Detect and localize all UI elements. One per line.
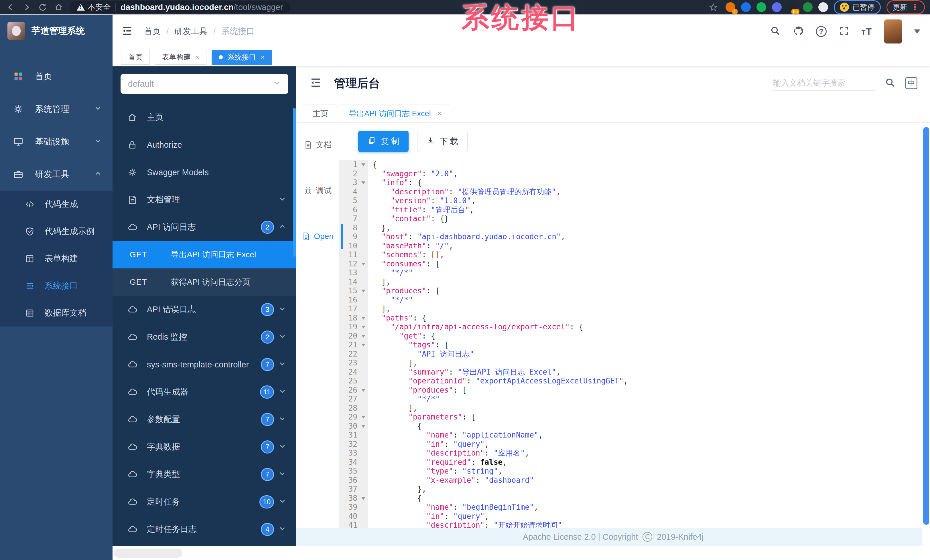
security-warning[interactable]: 不安全 [77, 2, 111, 12]
line-number[interactable]: 33 [339, 449, 368, 458]
line-number[interactable]: 10 [339, 241, 368, 251]
line-number[interactable]: 6 [339, 206, 368, 215]
line-number[interactable]: 37 [339, 485, 368, 494]
tag-tab-1[interactable]: 表单构建× [155, 50, 206, 64]
browser-forward-icon[interactable] [20, 1, 33, 14]
api-nav-item-12[interactable]: 定时任务10 [112, 488, 296, 516]
ext-blue-puzzle[interactable] [772, 2, 782, 12]
line-number[interactable]: 28 [339, 404, 368, 413]
user-avatar[interactable] [884, 20, 902, 43]
sidebar-scrollbar[interactable] [293, 108, 296, 257]
language-toggle[interactable]: 中 [905, 77, 918, 89]
line-number[interactable]: 20 [339, 331, 368, 341]
line-number[interactable]: 26 [339, 386, 368, 395]
sidebar-subitem-0[interactable]: 代码生成 [0, 190, 112, 218]
api-nav-item-0[interactable]: 主页 [112, 104, 296, 131]
sidebar-subitem-4[interactable]: 数据库文档 [0, 299, 112, 327]
api-nav-item-2[interactable]: Swagger Models [112, 158, 296, 186]
api-group-select[interactable]: default [120, 74, 288, 94]
api-nav-item-3[interactable]: 文档管理 [112, 186, 296, 213]
sidebar-item-1[interactable]: 系统管理 [0, 93, 112, 125]
ext-white-paw[interactable] [818, 2, 828, 12]
sidebar-subitem-1[interactable]: 代码生成示例 [0, 218, 112, 245]
line-number[interactable]: 2 [339, 169, 368, 179]
line-number[interactable]: 18 [339, 314, 368, 323]
close-icon[interactable]: × [260, 53, 265, 61]
line-number[interactable]: 34 [339, 458, 368, 467]
line-number[interactable]: 1 [339, 160, 368, 169]
api-nav-item-13[interactable]: 定时任务日志4 [112, 516, 296, 543]
doc-collapse-icon[interactable] [309, 77, 322, 90]
line-number[interactable]: 35 [339, 467, 368, 476]
fold-arrow-icon[interactable] [361, 317, 365, 320]
line-number[interactable]: 16 [339, 296, 368, 305]
horizontal-scrollbar[interactable] [112, 546, 930, 560]
search-icon[interactable] [770, 26, 781, 37]
bookmark-star-icon[interactable] [707, 1, 720, 14]
close-icon[interactable]: × [437, 109, 442, 118]
fold-arrow-icon[interactable] [361, 497, 365, 500]
line-number[interactable]: 3 [339, 178, 368, 187]
api-nav-item-11[interactable]: 字典类型7 [112, 461, 296, 488]
fold-arrow-icon[interactable] [361, 389, 365, 392]
help-icon[interactable]: ? [816, 26, 827, 37]
paused-extension-pill[interactable]: 已暂停 [834, 0, 881, 14]
line-number[interactable]: 40 [339, 512, 368, 521]
api-operation-4-0[interactable]: GET导出API 访问日志 Excel [112, 241, 296, 268]
github-icon[interactable] [793, 26, 804, 37]
browser-reload-icon[interactable] [36, 1, 49, 14]
api-nav-item-14[interactable]: 岗位 [112, 543, 296, 546]
api-operation-4-1[interactable]: GET获得API 访问日志分页 [112, 268, 296, 296]
ext-6h-timer[interactable]: 6h [787, 2, 797, 12]
api-nav-item-1[interactable]: Authorize [112, 131, 296, 158]
fold-arrow-icon[interactable] [361, 335, 365, 338]
copy-button[interactable]: 复 制 [358, 131, 409, 152]
side-tab-open[interactable]: Open [302, 228, 334, 245]
fold-arrow-icon[interactable] [361, 181, 365, 184]
doc-tab-0[interactable]: 主页 [304, 104, 337, 123]
line-number[interactable]: 29 [339, 413, 368, 422]
editor-content[interactable]: { "swagger": "2.0", "info": { "descripti… [368, 160, 930, 528]
line-number[interactable]: 21 [339, 341, 368, 350]
ext-green-leaf[interactable] [803, 2, 813, 12]
doc-search-icon[interactable] [885, 77, 896, 89]
api-nav-item-5[interactable]: API 错误日志3 [112, 296, 296, 323]
fullscreen-icon[interactable] [839, 26, 850, 37]
api-nav-item-4[interactable]: API 访问日志2 [112, 213, 296, 241]
vertical-scroll-thumb[interactable] [923, 127, 929, 525]
line-number[interactable]: 5 [339, 196, 368, 206]
side-tab-调试[interactable]: 调试 [304, 182, 332, 199]
sidebar-item-0[interactable]: 首页 [0, 60, 112, 93]
line-number[interactable]: 4 [339, 187, 368, 196]
fold-arrow-icon[interactable] [361, 416, 365, 419]
line-number[interactable]: 22 [339, 350, 368, 359]
line-number[interactable]: 38 [339, 494, 368, 503]
api-nav-item-10[interactable]: 字典数据7 [112, 433, 296, 461]
api-nav-item-8[interactable]: 代码生成器11 [112, 378, 296, 406]
tag-tab-2[interactable]: 系统接口× [212, 50, 272, 64]
line-number[interactable]: 23 [339, 359, 368, 368]
app-logo[interactable]: 芋道管理系统 [0, 15, 112, 47]
line-number[interactable]: 24 [339, 368, 368, 377]
api-nav-item-9[interactable]: 参数配置7 [112, 406, 296, 433]
breadcrumb-item[interactable]: 首页 [144, 26, 161, 37]
fold-arrow-icon[interactable] [361, 290, 365, 293]
close-icon[interactable]: × [195, 53, 199, 61]
line-number[interactable]: 12 [339, 259, 368, 269]
ext-green-check[interactable] [756, 2, 766, 12]
line-number[interactable]: 13 [339, 268, 368, 278]
font-size-icon[interactable]: TT [862, 26, 872, 37]
line-number[interactable]: 9 [339, 232, 368, 241]
horizontal-scroll-thumb[interactable] [114, 549, 182, 558]
line-number[interactable]: 14 [339, 278, 368, 287]
line-number[interactable]: 39 [339, 503, 368, 512]
sidebar-item-3[interactable]: 研发工具 [0, 158, 112, 190]
ext-orange-circle[interactable]: 1 [725, 2, 735, 12]
line-number[interactable]: 30 [339, 422, 368, 431]
code-editor[interactable]: 1234567891011121314151617181920212223242… [339, 160, 930, 528]
fold-arrow-icon[interactable] [361, 163, 365, 166]
address-bar[interactable]: 不安全 dashboard.yudao.iocoder.cn/tool/swag… [69, 1, 290, 13]
breadcrumb-item[interactable]: 研发工具 [174, 26, 208, 37]
line-number[interactable]: 7 [339, 214, 368, 224]
line-number[interactable]: 36 [339, 476, 368, 485]
